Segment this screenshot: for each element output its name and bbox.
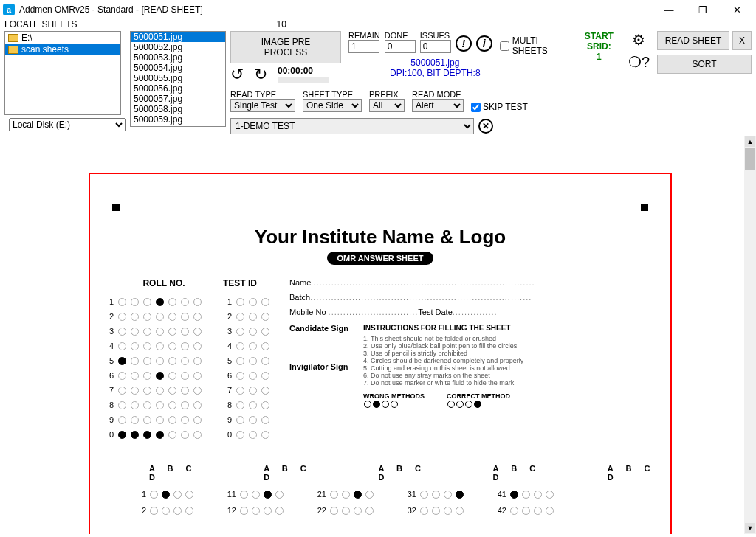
roll-bubble [181,416,189,424]
roll-bubble [168,298,176,306]
file-list-item[interactable]: 5000055.jpg [131,73,225,83]
issues-input[interactable] [420,40,451,53]
roll-bubble [156,357,164,365]
sheet-type-select[interactable]: One Side [303,99,362,112]
roll-bubble [181,298,189,306]
file-list-item[interactable]: 5000051.jpg [131,32,225,42]
file-list-item[interactable]: 5000057.jpg [131,94,225,104]
file-list-item[interactable]: 5000060.jpg [131,125,225,127]
roll-bubble [131,372,139,380]
info-icon[interactable]: i [476,35,492,52]
answer-bubble [240,507,248,515]
image-pre-process-button[interactable]: IMAGE PRE PROCESS [230,31,341,63]
sheet-count: 10 [276,19,286,30]
roll-bubble [156,387,164,395]
roll-bubble [181,328,189,336]
sheet-preview-area: ▲ ▼ Your Institute Name & Logo OMR ANSWE… [0,136,756,534]
instruction-line: 6. Do not use any stray marks on the she… [363,372,523,379]
read-mode-select[interactable]: Alert [412,99,464,112]
answer-bubble [162,507,170,515]
roll-bubble [156,342,164,350]
tree-folder-scan-sheets[interactable]: scan sheets [5,44,120,55]
sheet-title: Your Institute Name & Logo [105,226,656,249]
testid-bubble [261,313,269,321]
done-input[interactable] [385,40,416,53]
answer-bubble [444,507,452,515]
answer-bubble [354,507,362,515]
instruction-line: 3. Use of pencil is strictly prohibited [363,350,523,357]
file-list-item[interactable]: 5000054.jpg [131,63,225,73]
testid-bubble [249,357,257,365]
answer-bubble [534,491,542,499]
answer-bubble [456,491,464,499]
roll-bubble [118,372,126,380]
skip-test-checkbox[interactable] [471,103,481,112]
start-srid-value: 1 [585,52,614,62]
warning-icon[interactable]: ! [456,35,472,52]
rotate-cw-icon[interactable]: ↻ [254,65,267,84]
gear-icon[interactable]: ⚙ [632,31,645,49]
testid-bubble [236,431,244,439]
remain-input[interactable] [348,40,379,53]
roll-bubble [193,431,202,439]
testid-bubble [236,401,244,409]
scroll-up-arrow[interactable]: ▲ [745,136,755,147]
vertical-scrollbar[interactable]: ▲ ▼ [744,136,756,534]
prefix-select[interactable]: All [369,99,405,112]
file-list-item[interactable]: 5000056.jpg [131,83,225,94]
issues-label: ISSUES [420,31,451,40]
app-logo: a [3,4,15,15]
abcd-header: A B C D [378,464,426,482]
roll-bubble [181,342,189,350]
maximize-button[interactable]: ❐ [693,2,713,17]
corner-marker-tl [112,204,120,211]
roll-bubble [193,387,202,395]
testid-bubble [249,387,257,395]
test-select[interactable]: 1-DEMO TEST [230,118,474,134]
roll-bubble [181,387,189,395]
window-title: Addmen OMRv25 - Standard - [READ SHEET] [19,4,659,15]
multi-sheets-checkbox[interactable] [500,41,509,51]
help-icon[interactable]: ❍? [628,53,650,71]
roll-bubble [168,357,176,365]
roll-bubble [168,401,176,409]
roll-bubble [168,328,176,336]
roll-bubble [156,328,164,336]
file-list-item[interactable]: 5000052.jpg [131,42,225,52]
answer-bubble [185,491,193,499]
rotate-ccw-icon[interactable]: ↺ [230,65,244,84]
minimize-button[interactable]: — [659,2,679,17]
close-window-button[interactable]: ✕ [726,2,747,17]
read-sheet-button[interactable]: READ SHEET [657,31,729,50]
roll-bubble [156,372,164,380]
sort-button[interactable]: SORT [657,55,752,74]
roll-bubble [168,387,176,395]
multi-sheets-label: MULTI SHEETS [512,35,548,56]
folder-tree[interactable]: E:\ scan sheets [4,31,121,115]
read-type-select[interactable]: Single Test [230,99,295,112]
clear-test-icon[interactable]: ✕ [478,119,493,134]
file-list-item[interactable]: 5000059.jpg [131,114,225,125]
roll-bubble [181,431,189,439]
file-list-item[interactable]: 5000058.jpg [131,104,225,114]
answer-bubble [432,491,440,499]
roll-bubble [118,298,126,306]
instruction-line: 5. Cutting and erasing on this sheet is … [363,364,523,372]
testid-bubble [261,357,269,365]
cancel-read-button[interactable]: X [732,31,752,50]
answer-bubble [456,507,464,515]
roll-bubble [143,372,151,380]
testid-bubble [249,372,257,380]
file-list-item[interactable]: 5000053.jpg [131,52,225,63]
tree-drive[interactable]: E:\ [5,32,120,44]
testid-bubble [249,328,257,336]
answer-bubble [275,491,284,499]
roll-bubble [118,342,126,350]
answer-bubble [522,491,530,499]
roll-bubble [143,357,151,365]
scroll-thumb[interactable] [745,148,755,170]
scroll-down-arrow[interactable]: ▼ [745,523,755,533]
roll-bubble [118,387,126,395]
drive-select[interactable]: Local Disk (E:) [9,118,126,131]
file-list[interactable]: 5000051.jpg5000052.jpg5000053.jpg5000054… [130,31,226,127]
